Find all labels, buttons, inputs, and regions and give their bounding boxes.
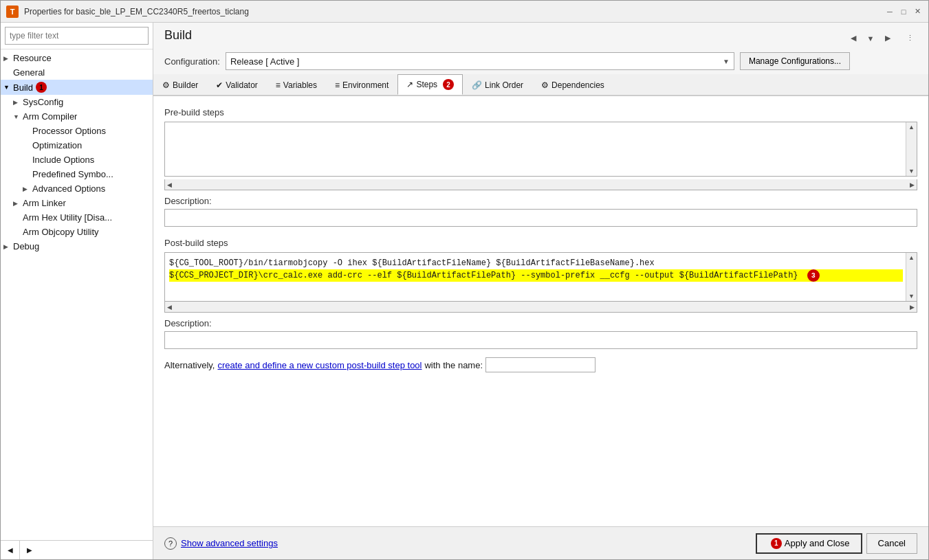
tab-label: Validator xyxy=(226,80,257,90)
post-build-content[interactable]: ${CG_TOOL_ROOT}/bin/tiarmobjcopy -O ihex… xyxy=(165,253,917,301)
expand-icon: ▶ xyxy=(13,200,23,207)
h-scroll-right-icon[interactable]: ▶ xyxy=(908,181,917,188)
sidebar-item-resource[interactable]: ▶ Resource xyxy=(1,51,153,65)
cancel-button[interactable]: Cancel xyxy=(866,533,917,554)
sidebar-item-label: Optimization xyxy=(32,140,82,150)
expand-icon: ▼ xyxy=(3,84,13,91)
panel-title: Build xyxy=(164,28,192,43)
scroll-right-button[interactable]: ▶ xyxy=(20,541,39,560)
sidebar-item-arm-objcopy[interactable]: Arm Objcopy Utility xyxy=(10,225,153,239)
apply-label: Apply and Close xyxy=(785,538,850,548)
post-build-section: Post-build steps ${CG_TOOL_ROOT}/bin/tia… xyxy=(164,238,917,372)
back-dropdown-button[interactable]: ▼ xyxy=(863,31,878,46)
scroll-down-icon[interactable]: ▼ xyxy=(907,166,916,176)
post-build-line2: ${CCS_PROJECT_DIR}\crc_calc.exe add-crc … xyxy=(169,269,903,282)
dependencies-icon: ⚙ xyxy=(541,80,549,90)
tab-label: Variables xyxy=(283,80,317,90)
alt-name-input[interactable] xyxy=(485,357,595,372)
sidebar-item-label: Arm Objcopy Utility xyxy=(23,227,99,237)
filter-input[interactable] xyxy=(5,27,149,45)
sidebar-item-predefined-symbols[interactable]: Predefined Symbo... xyxy=(20,167,153,181)
post-build-hscroll: ◀ ▶ xyxy=(164,302,917,313)
advanced-settings-link[interactable]: Show advanced settings xyxy=(181,538,278,548)
window-controls: ─ □ ✕ xyxy=(884,6,923,17)
sidebar-item-label: Arm Linker xyxy=(23,198,66,208)
pre-build-description-input[interactable] xyxy=(164,209,917,227)
pre-build-title: Pre-build steps xyxy=(164,107,917,117)
sidebar-item-label: Resource xyxy=(13,53,52,63)
maximize-button[interactable]: □ xyxy=(898,6,909,17)
app-icon: T xyxy=(6,5,19,18)
menu-button[interactable]: ⋮ xyxy=(902,31,917,46)
sidebar-filter xyxy=(1,23,153,49)
link-order-icon: 🔗 xyxy=(472,80,482,90)
config-value: Release [ Active ] xyxy=(230,56,299,67)
post-build-title: Post-build steps xyxy=(164,238,917,248)
alt-link[interactable]: create and define a new custom post-buil… xyxy=(217,360,422,370)
scroll-up-icon[interactable]: ▲ xyxy=(907,253,916,262)
pre-build-vscroll: ▲ ▼ xyxy=(906,122,917,176)
post-build-badge: 3 xyxy=(807,269,820,282)
sidebar-item-debug[interactable]: ▶ Debug xyxy=(1,239,153,254)
sidebar-item-arm-linker[interactable]: ▶ Arm Linker xyxy=(10,196,153,210)
sidebar: ▶ Resource General ▼ Build 1 ▶ SysConfig xyxy=(1,23,153,559)
sidebar-item-sysconfig[interactable]: ▶ SysConfig xyxy=(10,95,153,109)
forward-button[interactable]: ▶ xyxy=(880,31,895,46)
help-icon[interactable]: ? xyxy=(164,537,177,550)
header-toolbar: ◀ ▼ ▶ ⋮ xyxy=(846,31,917,46)
tab-steps[interactable]: ↗ Steps 2 xyxy=(397,74,463,95)
tab-builder[interactable]: ⚙ Builder xyxy=(153,76,207,94)
tab-label: Link Order xyxy=(485,80,523,90)
scroll-left-button[interactable]: ◀ xyxy=(1,541,20,560)
expand-icon: ▶ xyxy=(3,55,13,62)
h-scroll-left-icon[interactable]: ◀ xyxy=(165,181,174,188)
sidebar-item-label: Advanced Options xyxy=(32,183,105,194)
pre-build-textarea[interactable] xyxy=(165,122,906,177)
tab-link-order[interactable]: 🔗 Link Order xyxy=(463,76,532,94)
dropdown-arrow-icon: ▼ xyxy=(723,58,730,65)
main-window: T Properties for basic_ble_LP_EM_CC2340R… xyxy=(0,0,929,560)
back-button[interactable]: ◀ xyxy=(846,31,861,46)
config-dropdown[interactable]: Release [ Active ] ▼ xyxy=(226,52,734,70)
tab-dependencies[interactable]: ⚙ Dependencies xyxy=(532,76,613,94)
tab-variables[interactable]: ≡ Variables xyxy=(267,76,326,94)
manage-configs-button[interactable]: Manage Configurations... xyxy=(740,52,850,70)
sidebar-item-general[interactable]: General xyxy=(1,65,153,80)
post-build-description-input[interactable] xyxy=(164,331,917,349)
sidebar-item-arm-hex[interactable]: Arm Hex Utility [Disa... xyxy=(10,210,153,225)
pre-build-section: Pre-build steps ▲ ▼ ◀ ▶ Description: xyxy=(164,107,917,227)
tab-environment[interactable]: ≡ Environment xyxy=(326,76,397,94)
close-button[interactable]: ✕ xyxy=(912,6,923,17)
pre-build-hscroll: ◀ ▶ xyxy=(164,179,917,190)
apply-close-button[interactable]: 1 Apply and Close xyxy=(756,533,862,554)
tab-label: Environment xyxy=(342,80,389,90)
sidebar-item-arm-compiler[interactable]: ▼ Arm Compiler xyxy=(10,109,153,124)
sidebar-item-label: SysConfig xyxy=(23,97,63,107)
alt-text-after: with the name: xyxy=(424,360,483,370)
h-scroll-left-icon[interactable]: ◀ xyxy=(165,304,174,311)
steps-badge: 2 xyxy=(443,79,454,90)
sidebar-item-include-options[interactable]: Include Options xyxy=(20,153,153,167)
window-title: Properties for basic_ble_LP_EM_CC2340R5_… xyxy=(24,7,884,16)
sidebar-item-processor-options[interactable]: Processor Options xyxy=(20,124,153,138)
tab-validator[interactable]: ✔ Validator xyxy=(207,76,266,94)
builder-icon: ⚙ xyxy=(162,80,170,90)
scroll-down-icon[interactable]: ▼ xyxy=(907,291,916,301)
h-scroll-right-icon[interactable]: ▶ xyxy=(908,304,917,311)
variables-icon: ≡ xyxy=(276,80,281,90)
alt-text-before: Alternatively, xyxy=(164,360,215,370)
right-panel: Build ◀ ▼ ▶ ⋮ Configuration: Release [ A… xyxy=(153,23,928,559)
expand-icon: ▼ xyxy=(13,113,23,120)
scroll-up-icon[interactable]: ▲ xyxy=(907,122,916,132)
minimize-button[interactable]: ─ xyxy=(884,6,895,17)
sidebar-item-build[interactable]: ▼ Build 1 xyxy=(1,80,153,95)
tabs-row: ⚙ Builder ✔ Validator ≡ Variables ≡ Envi… xyxy=(153,74,928,96)
sidebar-item-advanced-options[interactable]: ▶ Advanced Options xyxy=(20,181,153,196)
validator-icon: ✔ xyxy=(216,80,223,90)
sidebar-bottom: ◀ ▶ xyxy=(1,540,153,559)
post-build-area: ${CG_TOOL_ROOT}/bin/tiarmobjcopy -O ihex… xyxy=(164,252,917,302)
tab-label: Dependencies xyxy=(551,80,604,90)
sidebar-item-optimization[interactable]: Optimization xyxy=(20,138,153,153)
titlebar: T Properties for basic_ble_LP_EM_CC2340R… xyxy=(1,1,928,23)
sidebar-item-label: Build xyxy=(13,82,33,93)
